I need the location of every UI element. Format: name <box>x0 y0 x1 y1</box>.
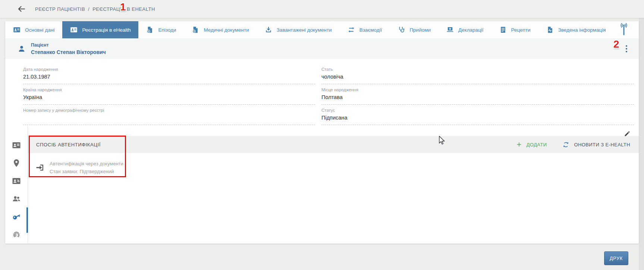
tab-label: Основні дані <box>25 27 54 33</box>
breadcrumb-separator: / <box>88 6 89 12</box>
tab-medical-documents[interactable]: Медичні документи <box>184 21 257 38</box>
swap-arrows-icon <box>348 26 355 34</box>
sidebar-item-biometrics[interactable] <box>12 230 21 239</box>
field-label: Номер запису у демографічному реєстрі <box>23 108 315 112</box>
tab-label: Рецепти <box>511 27 531 33</box>
refresh-button-label: ОНОВИТИ З E-HEALTH <box>574 142 630 147</box>
patient-role-label: Пацієнт <box>31 42 106 48</box>
patient-fields: Дата народження 21.03.1987 Країна народж… <box>5 59 639 126</box>
tab-ehealth-registration[interactable]: Реєстрація в eHealth <box>62 21 138 38</box>
back-arrow-icon[interactable] <box>17 4 26 13</box>
field-status: Статус Підписана <box>321 105 634 125</box>
sidebar-item-contacts[interactable] <box>12 177 21 185</box>
field-demographic-registry-number: Номер запису у демографічному реєстрі <box>23 105 315 125</box>
login-arrow-icon <box>35 163 44 172</box>
tab-label: Декларації <box>458 27 484 33</box>
sidebar-item-relatives[interactable] <box>12 194 21 203</box>
document-plus-icon <box>192 26 199 34</box>
plus-icon <box>516 142 522 147</box>
field-label: Статус <box>321 108 634 112</box>
tab-label: Завантажені документи <box>277 27 332 33</box>
document-pulse-icon <box>546 26 554 34</box>
patient-identity: Пацієнт Степанко Степан Вікторович <box>31 42 106 55</box>
location-pin-icon <box>12 159 21 168</box>
annotation-marker-1: 1 <box>120 1 126 13</box>
tab-label: Взаємодії <box>359 27 382 33</box>
sidebar-item-address[interactable] <box>12 159 21 168</box>
laptop-plus-icon <box>446 26 454 34</box>
subsection-icon-rail <box>5 126 28 244</box>
download-icon <box>265 26 272 34</box>
field-value <box>23 115 315 121</box>
annotation-marker-2: 2 <box>613 38 619 50</box>
authentication-method-item[interactable]: Автентифікація через документи Стан заяв… <box>28 159 639 177</box>
print-button[interactable]: ДРУК <box>604 251 628 265</box>
field-label: Дата народження <box>23 67 315 72</box>
stethoscope-icon <box>398 26 405 34</box>
scrollbar-gutter[interactable] <box>639 18 644 270</box>
add-button-label: ДОДАТИ <box>527 142 547 147</box>
id-card-icon <box>12 141 21 150</box>
tab-basic-data[interactable]: Основні дані <box>5 21 62 38</box>
receipt-lines-icon <box>499 26 507 34</box>
people-icon <box>12 194 21 203</box>
add-button[interactable]: ДОДАТИ <box>516 142 547 147</box>
field-birth-country: Країна народження Україна <box>23 84 315 105</box>
patient-name: Степанко Степан Вікторович <box>31 49 106 55</box>
tab-label: Епізоди <box>158 27 176 33</box>
id-card-icon <box>70 26 78 34</box>
tab-summary-info[interactable]: Зведена інформація <box>538 21 614 38</box>
tab-declarations[interactable]: Декларації <box>439 21 491 38</box>
edit-pencil-icon[interactable] <box>624 130 631 137</box>
field-value: чоловіча <box>321 74 634 80</box>
tab-prescriptions[interactable]: Рецепти <box>491 21 538 38</box>
top-bar: РЕЄСТР ПАЦІЄНТІВ / РЕЄСТРАЦІЯ В EHEALTH <box>0 0 644 18</box>
field-value: Підписана <box>321 115 634 121</box>
field-label: Стать <box>321 67 634 72</box>
field-birth-place: Місце народження Полтава <box>321 84 634 105</box>
tab-label: Зведена інформація <box>558 27 606 33</box>
authentication-header-band: СПОСІБ АВТЕНТИФІКАЦІЇ ДОДАТИ ОНОВИТИ З E… <box>28 136 639 153</box>
id-card-icon <box>13 26 21 34</box>
tab-uploaded-documents[interactable]: Завантажені документи <box>257 21 340 38</box>
breadcrumb: РЕЄСТР ПАЦІЄНТІВ / РЕЄСТРАЦІЯ В EHEALTH <box>35 6 155 12</box>
authentication-section: СПОСІБ АВТЕНТИФІКАЦІЇ ДОДАТИ ОНОВИТИ З E… <box>5 126 639 244</box>
tab-interactions[interactable]: Взаємодії <box>340 21 390 38</box>
kebab-menu-icon[interactable] <box>624 44 629 53</box>
ehealth-patient-registration-page: { "topbar": { "breadcrumb_parent": "РЕЄС… <box>0 0 644 270</box>
tab-episodes[interactable]: Епізоди <box>138 21 184 38</box>
fingerprint-icon <box>12 230 21 239</box>
patient-header: Пацієнт Степанко Степан Вікторович <box>5 38 639 59</box>
field-value: Україна <box>23 94 315 101</box>
patient-card: Основні дані Реєстрація в eHealth Епізод… <box>5 21 639 244</box>
breadcrumb-parent-link[interactable]: РЕЄСТР ПАЦІЄНТІВ <box>35 6 85 12</box>
authentication-content: СПОСІБ АВТЕНТИФІКАЦІЇ ДОДАТИ ОНОВИТИ З E… <box>28 126 639 244</box>
field-birth-date: Дата народження 21.03.1987 <box>23 64 315 84</box>
field-label: Місце народження <box>321 88 634 92</box>
sidebar-item-authentication[interactable] <box>12 212 21 221</box>
field-label: Країна народження <box>23 88 315 92</box>
field-value: Полтава <box>321 94 634 101</box>
refresh-from-ehealth-button[interactable]: ОНОВИТИ З E-HEALTH <box>562 141 630 148</box>
signal-tower-icon[interactable] <box>619 22 629 37</box>
field-value: 21.03.1987 <box>23 74 315 80</box>
tab-label: Прийоми <box>409 27 431 33</box>
field-gender: Стать чоловіча <box>321 64 634 84</box>
section-title: СПОСІБ АВТЕНТИФІКАЦІЇ <box>36 142 101 147</box>
document-plus-icon <box>146 26 154 34</box>
tab-bar: Основні дані Реєстрація в eHealth Епізод… <box>5 21 639 38</box>
auth-method-title: Автентифікація через документи <box>50 160 123 168</box>
print-button-label: ДРУК <box>610 256 623 261</box>
tab-label: Медичні документи <box>204 27 249 33</box>
tab-label: Реєстрація в eHealth <box>82 27 131 33</box>
person-icon <box>18 45 26 53</box>
sidebar-item-patient-card[interactable] <box>12 141 21 150</box>
auth-method-status: Стан заявки: Підтверджений <box>50 168 123 175</box>
tab-appointments[interactable]: Прийоми <box>390 21 439 38</box>
contact-phone-icon <box>12 177 21 185</box>
key-icon <box>10 211 22 223</box>
refresh-icon <box>562 141 569 148</box>
